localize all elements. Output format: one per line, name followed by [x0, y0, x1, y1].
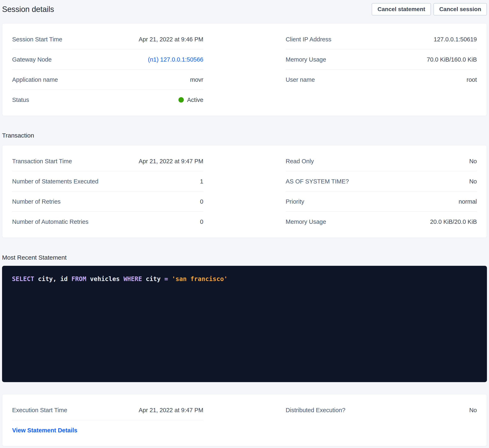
application-name-row: Application name movr: [12, 70, 203, 90]
read-only-row: Read Only No: [286, 151, 477, 171]
priority-row: Priority normal: [286, 191, 477, 212]
header-actions: Cancel statement Cancel session: [372, 3, 487, 16]
most-recent-statement-heading: Most Recent Statement: [2, 254, 487, 261]
transaction-right-column: Read Only No AS OF SYSTEM TIME? No Prior…: [286, 151, 477, 232]
execution-left-column: Execution Start Time Apr 21, 2022 at 9:4…: [12, 400, 203, 440]
automatic-retries-row: Number of Automatic Retries 0: [12, 212, 203, 232]
memory-usage-row: Memory Usage 70.0 KiB/160.0 KiB: [286, 50, 477, 70]
statements-executed-row: Number of Statements Executed 1: [12, 171, 203, 191]
session-right-column: Client IP Address 127.0.0.1:50619 Memory…: [286, 29, 477, 110]
row-label: Execution Start Time: [12, 407, 67, 414]
execution-card: Execution Start Time Apr 21, 2022 at 9:4…: [2, 394, 487, 446]
transaction-left-column: Transaction Start Time Apr 21, 2022 at 9…: [12, 151, 203, 232]
as-of-system-time-row: AS OF SYSTEM TIME? No: [286, 171, 477, 191]
row-value: Apr 21, 2022 at 9:46 PM: [139, 36, 203, 43]
user-name-row: User name root: [286, 70, 477, 90]
row-label: Memory Usage: [286, 56, 326, 63]
row-label: Distributed Execution?: [286, 407, 345, 414]
page-header: Session details Cancel statement Cancel …: [2, 3, 487, 16]
row-value: 20.0 KiB/20.0 KiB: [430, 218, 477, 225]
sql-identifier: [168, 275, 172, 282]
row-label: User name: [286, 76, 315, 83]
row-value: 127.0.0.1:50619: [434, 36, 477, 43]
row-value: 0: [200, 198, 203, 205]
cancel-session-button[interactable]: Cancel session: [433, 3, 487, 16]
row-label: Number of Retries: [12, 198, 60, 205]
sql-string: 'san francisco': [172, 275, 228, 282]
row-label: Number of Automatic Retries: [12, 218, 89, 225]
row-value: 1: [200, 178, 203, 185]
execution-start-time-row: Execution Start Time Apr 21, 2022 at 9:4…: [12, 400, 203, 420]
sql-identifier: vehicles: [86, 275, 123, 282]
row-value: 0: [200, 218, 203, 225]
row-value: No: [469, 407, 477, 414]
transaction-heading: Transaction: [2, 132, 487, 139]
row-value: 70.0 KiB/160.0 KiB: [427, 56, 477, 63]
row-label: Client IP Address: [286, 36, 331, 43]
sql-keyword: FROM: [71, 275, 86, 282]
sql-keyword: SELECT: [12, 275, 34, 282]
session-summary-card: Session Start Time Apr 21, 2022 at 9:46 …: [2, 23, 487, 116]
sql-statement: SELECT city, id FROM vehicles WHERE city…: [12, 275, 228, 282]
session-start-time-row: Session Start Time Apr 21, 2022 at 9:46 …: [12, 29, 203, 50]
row-label: AS OF SYSTEM TIME?: [286, 178, 349, 185]
status-row: Status Active: [12, 90, 203, 110]
view-statement-details-link[interactable]: View Statement Details: [12, 427, 77, 434]
row-label: Status: [12, 96, 29, 104]
row-value: root: [467, 76, 477, 83]
row-label: Memory Usage: [286, 218, 326, 225]
row-label: Session Start Time: [12, 36, 62, 43]
distributed-execution-row: Distributed Execution? No: [286, 400, 477, 420]
transaction-card: Transaction Start Time Apr 21, 2022 at 9…: [2, 145, 487, 238]
row-value: movr: [190, 76, 203, 83]
view-statement-details-row: View Statement Details: [12, 420, 203, 440]
sql-identifier: city: [142, 275, 164, 282]
execution-right-column: Distributed Execution? No: [286, 400, 477, 440]
row-label: Priority: [286, 198, 304, 205]
row-value: Apr 21, 2022 at 9:47 PM: [139, 407, 203, 414]
status-active-dot-icon: [179, 97, 184, 102]
session-details-page: Session details Cancel statement Cancel …: [0, 0, 489, 448]
sql-keyword: WHERE: [123, 275, 142, 282]
status-badge: Active: [179, 96, 203, 104]
transaction-memory-usage-row: Memory Usage 20.0 KiB/20.0 KiB: [286, 212, 477, 232]
gateway-node-row: Gateway Node (n1) 127.0.0.1:50566: [12, 50, 203, 70]
sql-keyword: =: [164, 275, 168, 282]
row-label: Read Only: [286, 158, 314, 165]
row-label: Transaction Start Time: [12, 158, 72, 165]
row-label: Gateway Node: [12, 56, 52, 63]
row-value: No: [469, 178, 477, 185]
client-ip-row: Client IP Address 127.0.0.1:50619: [286, 29, 477, 50]
cancel-statement-button[interactable]: Cancel statement: [372, 3, 431, 16]
number-of-retries-row: Number of Retries 0: [12, 191, 203, 212]
row-label: Application name: [12, 76, 58, 83]
session-left-column: Session Start Time Apr 21, 2022 at 9:46 …: [12, 29, 203, 110]
status-text: Active: [187, 96, 203, 104]
row-value: No: [469, 158, 477, 165]
row-value: normal: [458, 198, 477, 205]
sql-identifier: city, id: [34, 275, 71, 282]
sql-statement-block: SELECT city, id FROM vehicles WHERE city…: [2, 266, 487, 382]
gateway-node-link[interactable]: (n1) 127.0.0.1:50566: [148, 56, 203, 63]
page-title: Session details: [2, 5, 54, 14]
row-label: Number of Statements Executed: [12, 178, 98, 185]
row-value: Apr 21, 2022 at 9:47 PM: [139, 158, 203, 165]
transaction-start-time-row: Transaction Start Time Apr 21, 2022 at 9…: [12, 151, 203, 171]
